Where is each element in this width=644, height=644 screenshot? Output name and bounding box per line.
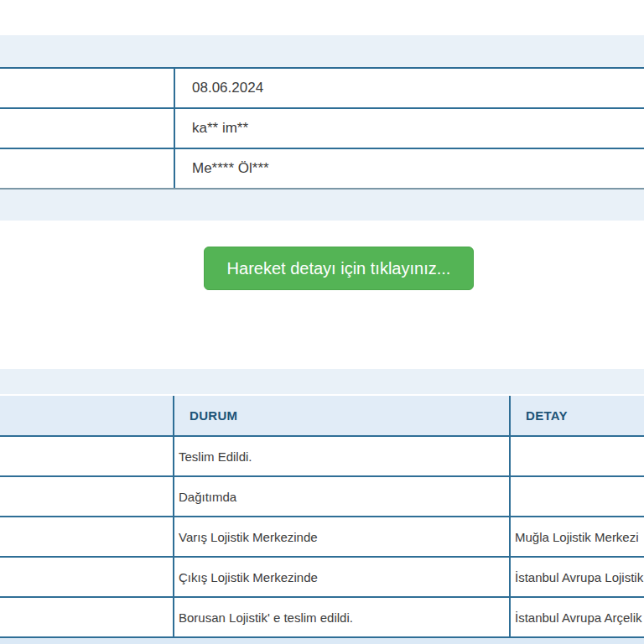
movements-panel-heading: [0, 369, 644, 394]
movements-table: DURUM DETAY Teslim Edildi. Dağı: [0, 396, 644, 638]
cell-blank: [0, 476, 174, 517]
status-text: Dağıtımda: [174, 490, 509, 504]
cell-durum: Varış Lojistik Merkezinde: [174, 517, 510, 557]
table-row: Varış Lojistik Merkezinde Muğla Lojistik…: [0, 517, 644, 557]
action-row: Hareket detayı için tıklayınız...: [0, 221, 644, 290]
mid-whitespace: [0, 290, 644, 369]
tracking-page: 08.06.2024 ka** im** Me**** Öl*** Hareke…: [0, 0, 644, 644]
bottom-panel-strip: [0, 638, 644, 644]
info-value-cell: Me**** Öl***: [174, 148, 644, 189]
status-text: Varış Lojistik Merkezinde: [174, 530, 509, 544]
cell-durum: Dağıtımda: [174, 476, 510, 517]
movement-detail-button[interactable]: Hareket detayı için tıklayınız...: [204, 247, 474, 290]
sender-masked-value: ka** im**: [175, 120, 644, 137]
movements-header-row: DURUM DETAY: [0, 396, 644, 436]
receiver-masked-value: Me**** Öl***: [175, 160, 644, 177]
table-row: Borusan Lojistik' e teslim edildi. İstan…: [0, 597, 644, 637]
table-row: ka** im**: [0, 108, 644, 148]
header-cell-durum: DURUM: [174, 396, 510, 436]
durum-column-header: DURUM: [174, 408, 509, 423]
shipment-info-table: 08.06.2024 ka** im** Me**** Öl***: [0, 67, 644, 190]
detail-text: İstanbul Avrupa Arçelik: [511, 610, 644, 625]
table-row: Me**** Öl***: [0, 148, 644, 189]
cell-blank: [0, 436, 174, 476]
cell-durum: Çıkış Lojistik Merkezinde: [174, 557, 510, 597]
detail-text: İstanbul Avrupa Lojistik: [511, 570, 644, 584]
top-whitespace: [0, 0, 644, 35]
status-text: Teslim Edildi.: [174, 449, 509, 464]
cell-detay: İstanbul Avrupa Arçelik: [510, 597, 644, 637]
cell-detay: İstanbul Avrupa Lojistik: [510, 557, 644, 597]
cell-blank: [0, 597, 174, 637]
detail-text: Muğla Lojistik Merkezi: [511, 530, 644, 544]
info-label-cell: [0, 68, 174, 108]
shipment-date-value: 08.06.2024: [175, 80, 644, 96]
header-cell-blank: [0, 396, 174, 436]
info-label-cell: [0, 148, 174, 189]
table-row: Çıkış Lojistik Merkezinde İstanbul Avrup…: [0, 557, 644, 597]
detay-column-header: DETAY: [511, 408, 644, 423]
table-row: 08.06.2024: [0, 68, 644, 108]
table-row: Dağıtımda: [0, 476, 644, 517]
cell-blank: [0, 517, 174, 557]
cell-detay: [510, 476, 644, 517]
cell-detay: [510, 436, 644, 476]
shipment-panel-heading: [0, 35, 644, 67]
shipment-panel-footer: [0, 190, 644, 221]
status-text: Çıkış Lojistik Merkezinde: [174, 570, 509, 584]
cell-blank: [0, 557, 174, 597]
info-value-cell: ka** im**: [174, 108, 644, 148]
cell-detay: Muğla Lojistik Merkezi: [510, 517, 644, 557]
info-label-cell: [0, 108, 174, 148]
cell-durum: Borusan Lojistik' e teslim edildi.: [174, 597, 510, 637]
status-text: Borusan Lojistik' e teslim edildi.: [174, 610, 509, 625]
table-row: Teslim Edildi.: [0, 436, 644, 476]
header-cell-detay: DETAY: [510, 396, 644, 436]
cell-durum: Teslim Edildi.: [174, 436, 510, 476]
info-value-cell: 08.06.2024: [174, 68, 644, 108]
